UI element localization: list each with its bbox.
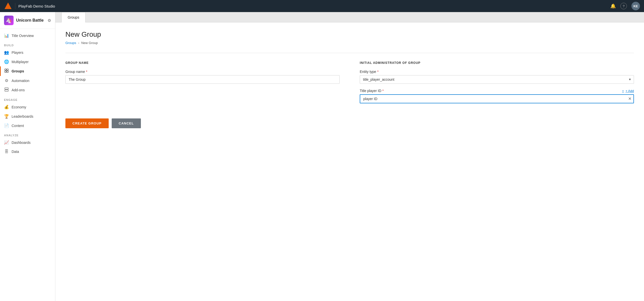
- sidebar-item-label: Title Overview: [12, 34, 34, 38]
- economy-icon: 💰: [4, 105, 9, 109]
- svg-rect-2: [7, 69, 8, 70]
- sidebar-item-label: Content: [12, 124, 24, 128]
- sidebar-item-label: Economy: [12, 105, 26, 109]
- leaderboard-icon: 🏆: [4, 114, 9, 119]
- topnav-actions: 🔔 ? KE: [610, 2, 640, 10]
- sidebar-item-title-overview[interactable]: 📊 Title Overview: [0, 31, 55, 40]
- breadcrumb: Groups › New Group: [65, 41, 634, 45]
- sidebar-item-label: Players: [12, 51, 23, 55]
- player-id-header: Title player ID * + + Add: [360, 89, 634, 93]
- required-star-player: *: [382, 89, 384, 93]
- sidebar-item-label: Leaderboards: [12, 114, 33, 118]
- players-icon: 👥: [4, 50, 9, 55]
- add-player-id-link[interactable]: + + Add: [622, 89, 634, 93]
- notification-bell-button[interactable]: 🔔: [610, 3, 616, 9]
- data-icon: 🗄: [4, 149, 9, 154]
- sidebar-item-label: Add-ons: [12, 88, 25, 92]
- admin-column: INITIAL ADMINISTRATOR OF GROUP Entity ty…: [360, 61, 634, 108]
- sidebar-item-addons[interactable]: Add-ons: [0, 85, 55, 95]
- nav-divider: [15, 3, 15, 9]
- tabs-bar: Groups: [55, 12, 644, 22]
- automation-icon: ⚙: [4, 78, 9, 83]
- sidebar-item-leaderboards[interactable]: 🏆 Leaderboards: [0, 112, 55, 121]
- groups-icon: [4, 69, 9, 74]
- help-button[interactable]: ?: [620, 3, 627, 9]
- user-avatar[interactable]: KE: [631, 2, 640, 10]
- svg-rect-3: [5, 71, 6, 72]
- player-id-field: Title player ID * + + Add ✕: [360, 89, 634, 103]
- entity-type-select[interactable]: title_player_account title character gro…: [360, 75, 634, 84]
- sidebar-item-label: Multiplayer: [12, 60, 29, 64]
- content-icon: 📄: [4, 123, 9, 128]
- sidebar-item-economy[interactable]: 💰 Economy: [0, 102, 55, 112]
- sidebar: 🦄 Unicorn Battle ⚙ 📊 Title Overview BUIL…: [0, 12, 55, 301]
- sidebar-item-automation[interactable]: ⚙ Automation: [0, 76, 55, 85]
- required-star-entity: *: [377, 70, 378, 74]
- globe-icon: 🌐: [4, 59, 9, 64]
- form-columns: GROUP NAME Group name * INITIAL ADMINIST…: [65, 61, 634, 108]
- build-section-label: BUILD: [0, 40, 55, 48]
- game-icon: 🦄: [4, 16, 14, 25]
- player-id-input-wrapper: ✕: [360, 94, 634, 103]
- breadcrumb-link-groups[interactable]: Groups: [65, 41, 76, 45]
- entity-type-select-wrapper: title_player_account title character gro…: [360, 75, 634, 84]
- plus-icon: +: [622, 89, 624, 93]
- entity-type-field: Entity type * title_player_account title…: [360, 70, 634, 84]
- page-content: New Group Groups › New Group GROUP NAME …: [55, 22, 644, 301]
- entity-type-label: Entity type *: [360, 70, 634, 74]
- required-star: *: [86, 70, 87, 74]
- tab-groups[interactable]: Groups: [61, 12, 86, 22]
- cancel-button[interactable]: CANCEL: [112, 118, 141, 128]
- svg-rect-4: [7, 71, 8, 72]
- player-id-input[interactable]: [360, 94, 634, 103]
- form-divider: [65, 53, 634, 53]
- group-name-label: Group name *: [65, 70, 340, 74]
- bar-chart-icon: 📊: [4, 33, 9, 38]
- sidebar-item-label: Automation: [12, 79, 29, 83]
- analyze-section-label: ANALYZE: [0, 130, 55, 138]
- sidebar-item-label: Dashboards: [12, 141, 31, 145]
- topnav: PlayFab Demo Studio 🔔 ? KE: [0, 0, 644, 12]
- svg-rect-5: [5, 88, 8, 89]
- svg-marker-0: [5, 3, 12, 9]
- studio-title: PlayFab Demo Studio: [18, 4, 607, 8]
- breadcrumb-current: New Group: [81, 41, 98, 45]
- game-name: Unicorn Battle: [16, 18, 44, 23]
- player-id-label: Title player ID *: [360, 89, 384, 93]
- group-name-input[interactable]: [65, 75, 340, 84]
- sidebar-nav: 📊 Title Overview BUILD 👥 Players 🌐 Multi…: [0, 29, 55, 158]
- sidebar-item-multiplayer[interactable]: 🌐 Multiplayer: [0, 57, 55, 66]
- addons-icon: [4, 88, 9, 93]
- engage-section-label: ENGAGE: [0, 95, 55, 102]
- svg-rect-6: [5, 90, 8, 91]
- page-title: New Group: [65, 30, 634, 38]
- sidebar-item-dashboards[interactable]: 📈 Dashboards: [0, 138, 55, 147]
- group-name-column: GROUP NAME Group name *: [65, 61, 340, 108]
- sidebar-item-players[interactable]: 👥 Players: [0, 48, 55, 57]
- svg-rect-1: [5, 69, 6, 70]
- form-buttons: CREATE GROUP CANCEL: [65, 118, 634, 128]
- create-group-button[interactable]: CREATE GROUP: [65, 118, 109, 128]
- group-name-section-title: GROUP NAME: [65, 61, 340, 65]
- group-name-field: Group name *: [65, 70, 340, 84]
- sidebar-settings-button[interactable]: ⚙: [48, 18, 51, 23]
- playfab-logo: [4, 2, 12, 10]
- sidebar-header: 🦄 Unicorn Battle ⚙: [0, 12, 55, 29]
- sidebar-item-content[interactable]: 📄 Content: [0, 121, 55, 130]
- admin-section-title: INITIAL ADMINISTRATOR OF GROUP: [360, 61, 634, 65]
- main-content: Groups New Group Groups › New Group GROU…: [55, 12, 644, 301]
- breadcrumb-separator: ›: [78, 41, 79, 45]
- sidebar-item-data[interactable]: 🗄 Data: [0, 147, 55, 156]
- sidebar-item-groups[interactable]: Groups: [0, 66, 55, 76]
- sidebar-item-label: Groups: [12, 69, 24, 73]
- sidebar-item-label: Data: [12, 150, 19, 154]
- clear-player-id-button[interactable]: ✕: [628, 97, 631, 101]
- dashboard-icon: 📈: [4, 140, 9, 145]
